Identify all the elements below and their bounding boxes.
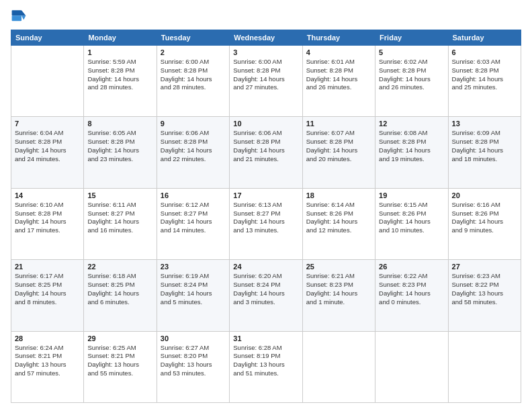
day-number: 11 [306, 120, 371, 128]
calendar-cell [11, 46, 84, 117]
calendar-cell: 31Sunrise: 6:28 AM Sunset: 8:19 PM Dayli… [230, 331, 302, 402]
day-info: Sunrise: 5:59 AM Sunset: 8:28 PM Dayligh… [87, 58, 152, 92]
day-number: 23 [161, 263, 226, 271]
day-info: Sunrise: 6:10 AM Sunset: 8:28 PM Dayligh… [15, 201, 80, 235]
calendar-cell: 17Sunrise: 6:13 AM Sunset: 8:27 PM Dayli… [230, 188, 302, 259]
day-number: 16 [161, 191, 226, 199]
calendar-cell: 23Sunrise: 6:19 AM Sunset: 8:24 PM Dayli… [157, 260, 229, 331]
day-number: 20 [452, 191, 517, 199]
day-number: 30 [161, 334, 226, 342]
calendar-table: SundayMondayTuesdayWednesdayThursdayFrid… [11, 30, 521, 403]
calendar-cell: 19Sunrise: 6:15 AM Sunset: 8:26 PM Dayli… [375, 188, 448, 259]
week-row-3: 14Sunrise: 6:10 AM Sunset: 8:28 PM Dayli… [11, 188, 521, 259]
day-number: 19 [379, 191, 444, 199]
svg-rect-3 [12, 15, 21, 21]
day-number: 8 [87, 120, 152, 128]
day-number: 17 [233, 191, 298, 199]
page: SundayMondayTuesdayWednesdayThursdayFrid… [0, 0, 532, 411]
day-number: 13 [452, 120, 517, 128]
week-row-2: 7Sunrise: 6:04 AM Sunset: 8:28 PM Daylig… [11, 117, 521, 188]
calendar-cell [448, 331, 521, 402]
calendar-cell: 8Sunrise: 6:05 AM Sunset: 8:28 PM Daylig… [84, 117, 157, 188]
day-info: Sunrise: 6:08 AM Sunset: 8:28 PM Dayligh… [379, 129, 444, 163]
day-info: Sunrise: 6:00 AM Sunset: 8:28 PM Dayligh… [161, 58, 226, 92]
calendar-cell: 27Sunrise: 6:23 AM Sunset: 8:22 PM Dayli… [448, 260, 521, 331]
day-info: Sunrise: 6:11 AM Sunset: 8:27 PM Dayligh… [87, 201, 152, 235]
day-info: Sunrise: 6:13 AM Sunset: 8:27 PM Dayligh… [233, 201, 298, 235]
calendar-cell: 20Sunrise: 6:16 AM Sunset: 8:26 PM Dayli… [448, 188, 521, 259]
calendar-cell [302, 331, 375, 402]
day-info: Sunrise: 6:09 AM Sunset: 8:28 PM Dayligh… [452, 129, 517, 163]
day-info: Sunrise: 6:27 AM Sunset: 8:20 PM Dayligh… [161, 344, 226, 378]
day-number: 22 [87, 263, 152, 271]
day-info: Sunrise: 6:12 AM Sunset: 8:27 PM Dayligh… [161, 201, 226, 235]
calendar-cell [375, 331, 448, 402]
calendar-cell: 11Sunrise: 6:07 AM Sunset: 8:28 PM Dayli… [302, 117, 375, 188]
day-info: Sunrise: 6:18 AM Sunset: 8:25 PM Dayligh… [87, 272, 152, 306]
calendar-cell: 3Sunrise: 6:00 AM Sunset: 8:28 PM Daylig… [230, 46, 302, 117]
calendar-cell: 14Sunrise: 6:10 AM Sunset: 8:28 PM Dayli… [11, 188, 84, 259]
day-info: Sunrise: 6:23 AM Sunset: 8:22 PM Dayligh… [452, 272, 517, 306]
day-info: Sunrise: 6:20 AM Sunset: 8:24 PM Dayligh… [233, 272, 298, 306]
week-row-4: 21Sunrise: 6:17 AM Sunset: 8:25 PM Dayli… [11, 260, 521, 331]
day-number: 6 [452, 48, 517, 56]
day-number: 28 [15, 334, 80, 342]
calendar-cell: 24Sunrise: 6:20 AM Sunset: 8:24 PM Dayli… [230, 260, 302, 331]
weekday-header-saturday: Saturday [448, 30, 521, 46]
day-number: 27 [452, 263, 517, 271]
calendar-cell: 22Sunrise: 6:18 AM Sunset: 8:25 PM Dayli… [84, 260, 157, 331]
day-info: Sunrise: 6:28 AM Sunset: 8:19 PM Dayligh… [233, 344, 298, 378]
weekday-header-tuesday: Tuesday [157, 30, 229, 46]
day-number: 12 [379, 120, 444, 128]
day-info: Sunrise: 6:03 AM Sunset: 8:28 PM Dayligh… [452, 58, 517, 92]
day-number: 31 [233, 334, 298, 342]
day-number: 15 [87, 191, 152, 199]
day-info: Sunrise: 6:06 AM Sunset: 8:28 PM Dayligh… [233, 129, 298, 163]
calendar-cell: 9Sunrise: 6:06 AM Sunset: 8:28 PM Daylig… [157, 117, 229, 188]
day-info: Sunrise: 6:06 AM Sunset: 8:28 PM Dayligh… [161, 129, 226, 163]
calendar-cell: 18Sunrise: 6:14 AM Sunset: 8:26 PM Dayli… [302, 188, 375, 259]
weekday-header-sunday: Sunday [11, 30, 84, 46]
day-number: 3 [233, 48, 298, 56]
day-number: 25 [306, 263, 371, 271]
weekday-header-monday: Monday [84, 30, 157, 46]
calendar-cell: 7Sunrise: 6:04 AM Sunset: 8:28 PM Daylig… [11, 117, 84, 188]
day-number: 9 [161, 120, 226, 128]
calendar-cell: 30Sunrise: 6:27 AM Sunset: 8:20 PM Dayli… [157, 331, 229, 402]
header [11, 8, 521, 24]
day-number: 26 [379, 263, 444, 271]
day-number: 18 [306, 191, 371, 199]
calendar-cell: 16Sunrise: 6:12 AM Sunset: 8:27 PM Dayli… [157, 188, 229, 259]
calendar-cell: 21Sunrise: 6:17 AM Sunset: 8:25 PM Dayli… [11, 260, 84, 331]
day-info: Sunrise: 6:21 AM Sunset: 8:23 PM Dayligh… [306, 272, 371, 306]
calendar-cell: 25Sunrise: 6:21 AM Sunset: 8:23 PM Dayli… [302, 260, 375, 331]
day-info: Sunrise: 6:14 AM Sunset: 8:26 PM Dayligh… [306, 201, 371, 235]
day-info: Sunrise: 6:00 AM Sunset: 8:28 PM Dayligh… [233, 58, 298, 92]
calendar-cell: 26Sunrise: 6:22 AM Sunset: 8:23 PM Dayli… [375, 260, 448, 331]
calendar-cell: 15Sunrise: 6:11 AM Sunset: 8:27 PM Dayli… [84, 188, 157, 259]
day-info: Sunrise: 6:15 AM Sunset: 8:26 PM Dayligh… [379, 201, 444, 235]
day-info: Sunrise: 6:24 AM Sunset: 8:21 PM Dayligh… [15, 344, 80, 378]
day-number: 29 [87, 334, 152, 342]
day-info: Sunrise: 6:02 AM Sunset: 8:28 PM Dayligh… [379, 58, 444, 92]
weekday-header-friday: Friday [375, 30, 448, 46]
week-row-1: 1Sunrise: 5:59 AM Sunset: 8:28 PM Daylig… [11, 46, 521, 117]
svg-rect-2 [12, 10, 21, 15]
svg-marker-1 [21, 15, 26, 19]
calendar-cell: 5Sunrise: 6:02 AM Sunset: 8:28 PM Daylig… [375, 46, 448, 117]
weekday-header-row: SundayMondayTuesdayWednesdayThursdayFrid… [11, 30, 521, 46]
day-number: 5 [379, 48, 444, 56]
week-row-5: 28Sunrise: 6:24 AM Sunset: 8:21 PM Dayli… [11, 331, 521, 402]
day-number: 7 [15, 120, 80, 128]
day-info: Sunrise: 6:04 AM Sunset: 8:28 PM Dayligh… [15, 129, 80, 163]
weekday-header-wednesday: Wednesday [230, 30, 302, 46]
day-info: Sunrise: 6:17 AM Sunset: 8:25 PM Dayligh… [15, 272, 80, 306]
day-number: 4 [306, 48, 371, 56]
calendar-cell: 6Sunrise: 6:03 AM Sunset: 8:28 PM Daylig… [448, 46, 521, 117]
day-number: 24 [233, 263, 298, 271]
day-number: 1 [87, 48, 152, 56]
day-number: 10 [233, 120, 298, 128]
day-info: Sunrise: 6:05 AM Sunset: 8:28 PM Dayligh… [87, 129, 152, 163]
day-info: Sunrise: 6:01 AM Sunset: 8:28 PM Dayligh… [306, 58, 371, 92]
day-info: Sunrise: 6:22 AM Sunset: 8:23 PM Dayligh… [379, 272, 444, 306]
